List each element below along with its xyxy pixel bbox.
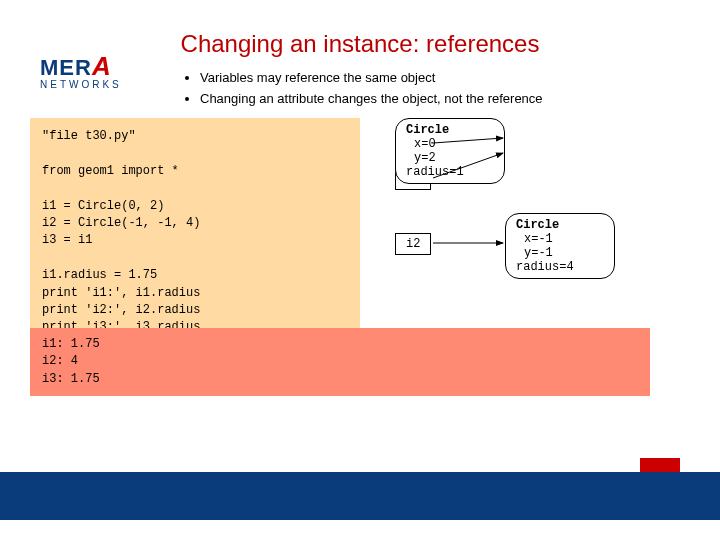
object-box-circle1: Circle x=0 y=2 radius=1	[395, 118, 505, 184]
code-block: "file t30.py" from geom1 import * i1 = C…	[30, 118, 360, 347]
slide: Changing an instance: references MERA NE…	[0, 0, 720, 540]
footer-accent	[640, 458, 680, 472]
var-box-i2: i2	[395, 233, 431, 255]
bullet-item: Variables may reference the same object	[200, 70, 720, 85]
bullet-item: Changing an attribute changes the object…	[200, 91, 720, 106]
object-box-circle2: Circle x=-1 y=-1 radius=4	[505, 213, 615, 279]
object-diagram: i1 i3 i2 Circle x=0 y=2 radius=1 Circle …	[395, 113, 695, 313]
output-block: i1: 1.75 i2: 4 i3: 1.75	[30, 328, 650, 396]
logo: MERA NETWORKS	[40, 55, 122, 89]
bullet-list: Variables may reference the same object …	[200, 70, 720, 106]
footer-bar	[0, 472, 720, 520]
